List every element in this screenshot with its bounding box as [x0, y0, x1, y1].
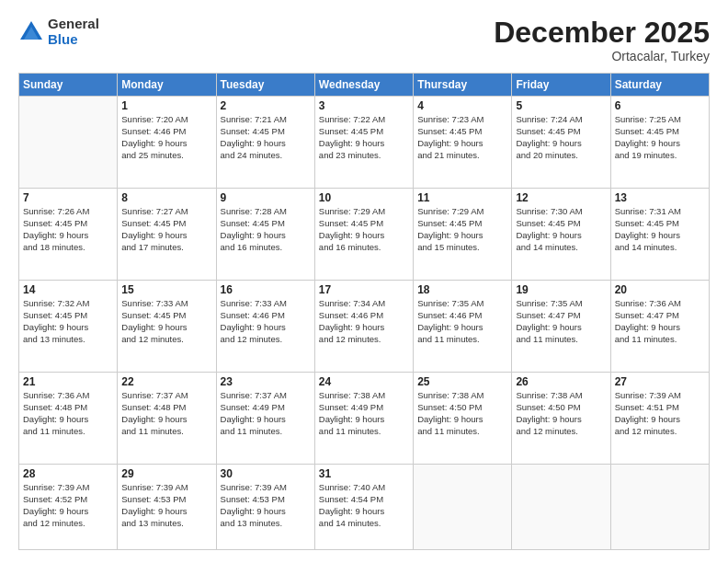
day-number: 16	[221, 283, 311, 296]
day-number: 14	[23, 283, 113, 296]
calendar-week-row: 14Sunrise: 7:32 AM Sunset: 4:45 PM Dayli…	[19, 281, 710, 373]
calendar-week-row: 28Sunrise: 7:39 AM Sunset: 4:52 PM Dayli…	[19, 465, 710, 550]
calendar-cell: 29Sunrise: 7:39 AM Sunset: 4:53 PM Dayli…	[118, 465, 216, 550]
calendar-cell: 5Sunrise: 7:24 AM Sunset: 4:45 PM Daylig…	[512, 97, 610, 189]
day-number: 23	[221, 375, 311, 388]
day-number: 8	[121, 191, 211, 204]
calendar-cell: 13Sunrise: 7:31 AM Sunset: 4:45 PM Dayli…	[610, 189, 709, 281]
calendar-cell: 26Sunrise: 7:38 AM Sunset: 4:50 PM Dayli…	[512, 373, 610, 465]
calendar-cell	[512, 465, 610, 550]
day-number: 25	[417, 375, 507, 388]
calendar-header-thursday: Thursday	[414, 74, 512, 97]
day-number: 17	[319, 283, 409, 296]
calendar-cell: 15Sunrise: 7:33 AM Sunset: 4:45 PM Dayli…	[118, 281, 216, 373]
calendar-cell: 28Sunrise: 7:39 AM Sunset: 4:52 PM Dayli…	[19, 465, 118, 550]
calendar-cell: 19Sunrise: 7:35 AM Sunset: 4:47 PM Dayli…	[512, 281, 610, 373]
day-number: 19	[516, 283, 606, 296]
day-number: 3	[319, 99, 409, 112]
day-info: Sunrise: 7:34 AM Sunset: 4:46 PM Dayligh…	[319, 298, 409, 345]
day-info: Sunrise: 7:29 AM Sunset: 4:45 PM Dayligh…	[319, 206, 409, 253]
calendar-cell: 27Sunrise: 7:39 AM Sunset: 4:51 PM Dayli…	[610, 373, 709, 465]
day-number: 15	[121, 283, 211, 296]
day-info: Sunrise: 7:30 AM Sunset: 4:45 PM Dayligh…	[516, 206, 606, 253]
day-info: Sunrise: 7:38 AM Sunset: 4:50 PM Dayligh…	[417, 390, 507, 437]
logo-icon	[18, 19, 44, 45]
day-info: Sunrise: 7:38 AM Sunset: 4:49 PM Dayligh…	[319, 390, 409, 437]
calendar: SundayMondayTuesdayWednesdayThursdayFrid…	[18, 73, 710, 550]
day-number: 11	[417, 191, 507, 204]
calendar-cell: 25Sunrise: 7:38 AM Sunset: 4:50 PM Dayli…	[414, 373, 512, 465]
day-info: Sunrise: 7:24 AM Sunset: 4:45 PM Dayligh…	[516, 114, 606, 161]
day-info: Sunrise: 7:31 AM Sunset: 4:45 PM Dayligh…	[615, 206, 705, 253]
day-info: Sunrise: 7:22 AM Sunset: 4:45 PM Dayligh…	[319, 114, 409, 161]
day-info: Sunrise: 7:39 AM Sunset: 4:52 PM Dayligh…	[23, 482, 113, 529]
day-number: 18	[417, 283, 507, 296]
calendar-week-row: 21Sunrise: 7:36 AM Sunset: 4:48 PM Dayli…	[19, 373, 710, 465]
calendar-cell: 31Sunrise: 7:40 AM Sunset: 4:54 PM Dayli…	[314, 465, 413, 550]
day-number: 10	[319, 191, 409, 204]
calendar-week-row: 1Sunrise: 7:20 AM Sunset: 4:46 PM Daylig…	[19, 97, 710, 189]
day-info: Sunrise: 7:25 AM Sunset: 4:45 PM Dayligh…	[615, 114, 705, 161]
calendar-cell: 17Sunrise: 7:34 AM Sunset: 4:46 PM Dayli…	[314, 281, 413, 373]
header: General Blue December 2025 Ortacalar, Tu…	[18, 17, 710, 63]
month-title: December 2025	[494, 17, 710, 49]
day-number: 21	[23, 375, 113, 388]
day-number: 24	[319, 375, 409, 388]
calendar-cell: 16Sunrise: 7:33 AM Sunset: 4:46 PM Dayli…	[216, 281, 314, 373]
calendar-header-wednesday: Wednesday	[314, 74, 413, 97]
logo-blue-text: Blue	[48, 32, 99, 48]
day-number: 2	[221, 99, 311, 112]
day-info: Sunrise: 7:20 AM Sunset: 4:46 PM Dayligh…	[121, 114, 211, 161]
day-info: Sunrise: 7:35 AM Sunset: 4:46 PM Dayligh…	[417, 298, 507, 345]
day-info: Sunrise: 7:21 AM Sunset: 4:45 PM Dayligh…	[221, 114, 311, 161]
day-info: Sunrise: 7:40 AM Sunset: 4:54 PM Dayligh…	[319, 482, 409, 529]
day-info: Sunrise: 7:37 AM Sunset: 4:49 PM Dayligh…	[221, 390, 311, 437]
day-number: 30	[221, 467, 311, 480]
calendar-header-sunday: Sunday	[19, 74, 118, 97]
calendar-cell: 21Sunrise: 7:36 AM Sunset: 4:48 PM Dayli…	[19, 373, 118, 465]
logo-text: General Blue	[48, 17, 99, 47]
calendar-cell: 9Sunrise: 7:28 AM Sunset: 4:45 PM Daylig…	[216, 189, 314, 281]
day-info: Sunrise: 7:39 AM Sunset: 4:53 PM Dayligh…	[121, 482, 211, 529]
calendar-header-friday: Friday	[512, 74, 610, 97]
calendar-cell: 3Sunrise: 7:22 AM Sunset: 4:45 PM Daylig…	[314, 97, 413, 189]
calendar-cell: 2Sunrise: 7:21 AM Sunset: 4:45 PM Daylig…	[216, 97, 314, 189]
calendar-week-row: 7Sunrise: 7:26 AM Sunset: 4:45 PM Daylig…	[19, 189, 710, 281]
logo: General Blue	[18, 17, 99, 47]
day-info: Sunrise: 7:36 AM Sunset: 4:47 PM Dayligh…	[615, 298, 705, 345]
calendar-cell: 8Sunrise: 7:27 AM Sunset: 4:45 PM Daylig…	[118, 189, 216, 281]
day-info: Sunrise: 7:37 AM Sunset: 4:48 PM Dayligh…	[121, 390, 211, 437]
day-info: Sunrise: 7:28 AM Sunset: 4:45 PM Dayligh…	[221, 206, 311, 253]
day-info: Sunrise: 7:35 AM Sunset: 4:47 PM Dayligh…	[516, 298, 606, 345]
calendar-cell: 23Sunrise: 7:37 AM Sunset: 4:49 PM Dayli…	[216, 373, 314, 465]
day-number: 31	[319, 467, 409, 480]
calendar-cell: 1Sunrise: 7:20 AM Sunset: 4:46 PM Daylig…	[118, 97, 216, 189]
calendar-header-monday: Monday	[118, 74, 216, 97]
calendar-cell: 20Sunrise: 7:36 AM Sunset: 4:47 PM Dayli…	[610, 281, 709, 373]
calendar-cell: 10Sunrise: 7:29 AM Sunset: 4:45 PM Dayli…	[314, 189, 413, 281]
logo-general-text: General	[48, 17, 99, 32]
day-number: 13	[615, 191, 705, 204]
day-number: 29	[121, 467, 211, 480]
day-info: Sunrise: 7:36 AM Sunset: 4:48 PM Dayligh…	[23, 390, 113, 437]
day-info: Sunrise: 7:29 AM Sunset: 4:45 PM Dayligh…	[417, 206, 507, 253]
day-number: 6	[615, 99, 705, 112]
day-info: Sunrise: 7:33 AM Sunset: 4:46 PM Dayligh…	[221, 298, 311, 345]
calendar-header-saturday: Saturday	[610, 74, 709, 97]
day-number: 5	[516, 99, 606, 112]
calendar-header-tuesday: Tuesday	[216, 74, 314, 97]
day-number: 20	[615, 283, 705, 296]
calendar-cell: 11Sunrise: 7:29 AM Sunset: 4:45 PM Dayli…	[414, 189, 512, 281]
day-info: Sunrise: 7:39 AM Sunset: 4:53 PM Dayligh…	[221, 482, 311, 529]
day-number: 9	[221, 191, 311, 204]
day-info: Sunrise: 7:33 AM Sunset: 4:45 PM Dayligh…	[121, 298, 211, 345]
day-number: 4	[417, 99, 507, 112]
calendar-cell: 12Sunrise: 7:30 AM Sunset: 4:45 PM Dayli…	[512, 189, 610, 281]
day-number: 7	[23, 191, 113, 204]
day-number: 12	[516, 191, 606, 204]
day-info: Sunrise: 7:26 AM Sunset: 4:45 PM Dayligh…	[23, 206, 113, 253]
page: General Blue December 2025 Ortacalar, Tu…	[0, 0, 728, 563]
calendar-cell	[19, 97, 118, 189]
day-number: 27	[615, 375, 705, 388]
calendar-cell: 30Sunrise: 7:39 AM Sunset: 4:53 PM Dayli…	[216, 465, 314, 550]
